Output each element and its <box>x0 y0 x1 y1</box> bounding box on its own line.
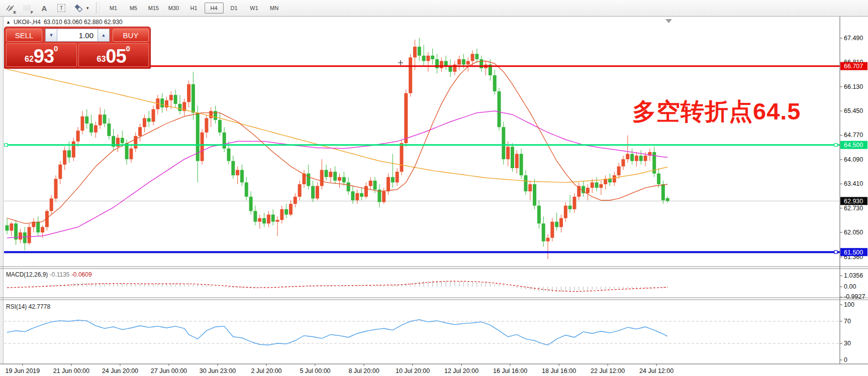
rsi-value: 42.7778 <box>29 303 50 310</box>
timeframe-h4[interactable]: H4 <box>205 3 224 14</box>
collapse-triangle-icon[interactable]: ▲ <box>6 20 11 25</box>
time-tick-label: 21 Jun 00:00 <box>53 367 89 374</box>
macd-pane-label: MACD(12,26,9) -0.1135 -0.0609 <box>6 271 92 278</box>
ohlc-values: 63.010 63.060 62.880 62.930 <box>44 19 123 26</box>
sell-price-main: 93 <box>34 48 54 65</box>
rsi-tick-label: 30 <box>844 340 851 347</box>
time-tick-label: 27 Jun 00:00 <box>151 367 187 374</box>
macd-signal-value: -0.0609 <box>71 271 92 278</box>
line-handle[interactable] <box>834 250 837 254</box>
price-tick-label: 67.490 <box>844 35 863 42</box>
price-tick-label: 62.050 <box>844 229 863 236</box>
price-badge-value: 62.930 <box>844 198 863 205</box>
shapes-icon[interactable] <box>71 2 85 15</box>
chart-canvas[interactable]: 67.49066.81066.13065.45064.77064.09063.4… <box>0 17 868 376</box>
price-tick-label: 64.770 <box>844 132 863 139</box>
buy-price-pip: 0 <box>126 45 130 52</box>
price-badge-value: 64.500 <box>844 142 863 149</box>
buy-button[interactable]: BUY <box>113 29 149 42</box>
chinese-annotation-text[interactable]: 多空转折点64.5 <box>632 96 801 128</box>
price-badge-value: 66.707 <box>844 63 863 70</box>
time-tick-label: 16 Jul 16:00 <box>493 367 527 374</box>
time-tick-label: 2 Jul 20:00 <box>251 367 281 374</box>
time-tick-label: 8 Jul 20:00 <box>348 367 379 374</box>
buy-price-display[interactable]: 63050 <box>78 43 149 67</box>
sell-price-display[interactable]: 62930 <box>6 43 77 67</box>
price-badge-value: 61.500 <box>844 249 863 256</box>
timeframe-m1[interactable]: M1 <box>104 3 123 14</box>
macd-tick-label: 1.0356 <box>844 272 863 279</box>
volume-increase-button[interactable]: ▲ <box>98 29 110 42</box>
macd-tick-label: 0.00 <box>844 283 856 290</box>
toolbar: EFAT ▾ M1M5M15M30H1H4D1W1MN <box>0 0 868 17</box>
timeframe-mn[interactable]: MN <box>265 3 284 14</box>
time-tick-label: 18 Jul 16:00 <box>542 367 576 374</box>
text-box-icon[interactable]: T <box>54 2 68 15</box>
symbol-period-label: UKOil-,H4 <box>14 19 41 26</box>
rsi-pane-label: RSI(14) 42.7778 <box>6 303 50 310</box>
sell-button[interactable]: SELL <box>6 29 42 42</box>
rsi-name: RSI(14) <box>6 303 27 310</box>
time-tick-label: 24 Jun 20:00 <box>102 367 138 374</box>
timeframe-m30[interactable]: M30 <box>164 3 183 14</box>
rsi-tick-label: 100 <box>844 301 854 308</box>
one-click-trading-panel: SELL ▼ 1.00 ▲ BUY 62930 63050 <box>4 27 151 69</box>
time-tick-label: 5 Jul 00:00 <box>300 367 330 374</box>
toolbar-separator <box>96 3 100 14</box>
line-handle[interactable] <box>5 144 8 147</box>
grid-icon[interactable]: F <box>20 2 34 15</box>
macd-name: MACD(12,26,9) <box>6 271 48 278</box>
timeframe-group: M1M5M15M30H1H4D1W1MN <box>104 3 284 14</box>
macd-main-value: -0.1135 <box>50 271 70 278</box>
price-tick-label: 62.730 <box>844 205 863 212</box>
drawing-tools-group: EFAT <box>0 2 85 15</box>
timeframe-d1[interactable]: D1 <box>225 3 244 14</box>
text-label-icon[interactable]: A <box>37 2 51 15</box>
chart-region: 67.49066.81066.13065.45064.77064.09063.4… <box>0 17 868 376</box>
indicators-icon[interactable]: E <box>3 2 17 15</box>
shapes-dropdown-caret[interactable]: ▾ <box>86 6 89 11</box>
price-tick-label: 66.130 <box>844 83 863 90</box>
price-tick-label: 64.090 <box>844 156 863 163</box>
buy-price-main: 05 <box>106 48 126 65</box>
time-tick-label: 19 Jun 2019 <box>5 367 40 374</box>
symbol-header: ▲ UKOil-,H4 63.010 63.060 62.880 62.930 <box>6 19 123 26</box>
sell-price-pip: 0 <box>54 45 58 52</box>
time-tick-label: 22 Jul 12:00 <box>591 367 625 374</box>
time-tick-label: 30 Jun 23:00 <box>200 367 236 374</box>
volume-decrease-button[interactable]: ▼ <box>45 29 57 42</box>
sell-price-prefix: 62 <box>25 55 34 63</box>
time-tick-label: 12 Jul 20:00 <box>444 367 478 374</box>
time-tick-label: 10 Jul 20:00 <box>396 367 430 374</box>
price-tick-label: 65.450 <box>844 107 863 114</box>
volume-input[interactable]: 1.00 <box>57 29 98 42</box>
buy-price-prefix: 63 <box>97 55 106 63</box>
timeframe-h1[interactable]: H1 <box>184 3 204 14</box>
line-handle[interactable] <box>834 144 837 147</box>
rsi-tick-label: 0 <box>844 356 847 363</box>
time-tick-label: 24 Jul 12:00 <box>639 367 673 374</box>
trading-terminal: EFAT ▾ M1M5M15M30H1H4D1W1MN 67.49066.810… <box>0 0 868 376</box>
price-tick-label: 63.410 <box>844 180 863 187</box>
timeframe-m15[interactable]: M15 <box>144 3 163 14</box>
timeframe-w1[interactable]: W1 <box>245 3 264 14</box>
timeframe-m5[interactable]: M5 <box>124 3 143 14</box>
macd-tick-label: -0.9927 <box>844 293 865 300</box>
rsi-tick-label: 70 <box>844 318 851 325</box>
